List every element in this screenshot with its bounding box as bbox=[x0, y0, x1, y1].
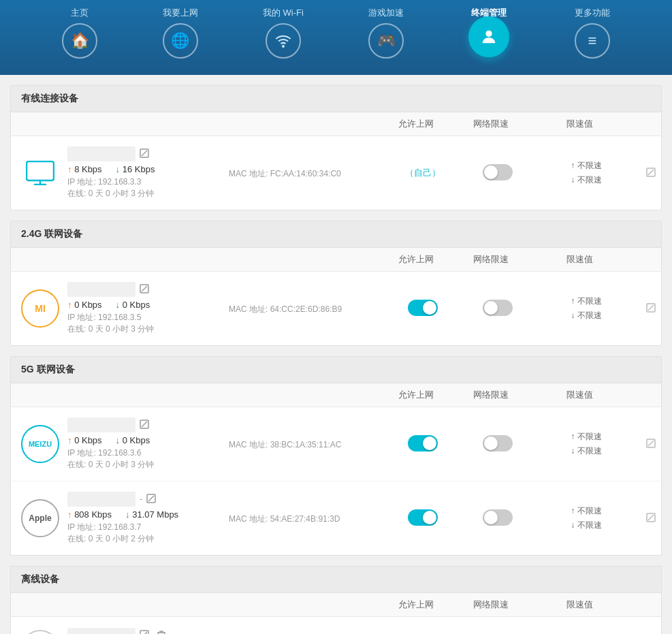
col-limit-val-header: 限速值 bbox=[525, 112, 634, 136]
limit-toggle-switch-wifi5g2[interactable] bbox=[483, 509, 513, 526]
edit-limit-icon-wired1[interactable] bbox=[641, 168, 661, 179]
device-online-wifi241: 在线: 0 天 0 小时 3 分钟 bbox=[67, 323, 214, 335]
device-stats-wifi5g2: 808 Kbps 31.07 Mbps bbox=[67, 509, 214, 520]
edit-name-icon-wired1[interactable] bbox=[140, 148, 149, 160]
device-info-wired1: 8 Kbps 16 Kbps IP 地址: 192.168.3.3 在线: 0 … bbox=[11, 146, 382, 200]
device-name-row-wifi5g2: - bbox=[67, 492, 214, 507]
speed-down-wifi241: ↓ 不限速 bbox=[571, 310, 601, 321]
device-stats-wifi5g1: 0 Kbps 0 Kbps bbox=[67, 435, 214, 445]
avatar-apple: Apple bbox=[21, 499, 59, 537]
device-name-wired1 bbox=[67, 146, 135, 161]
allow-toggle-wifi5g2[interactable] bbox=[408, 509, 438, 526]
speed-down-wifi5g1: ↓ 不限速 bbox=[571, 445, 601, 457]
wifi5g-section-title: 5G 联网设备 bbox=[21, 364, 75, 376]
device-name-wifi5g2 bbox=[67, 492, 135, 507]
nav-internet[interactable]: 我要上网 🌐 bbox=[163, 7, 198, 65]
svg-point-1 bbox=[486, 31, 492, 37]
allow-val-wifi241[interactable] bbox=[382, 300, 464, 318]
nav-more-label: 更多功能 bbox=[575, 7, 610, 19]
limit-toggle-wired1[interactable] bbox=[464, 164, 532, 183]
limit-toggle-switch-wired1[interactable] bbox=[483, 164, 513, 180]
edit-name-icon-offline1[interactable] bbox=[140, 630, 149, 635]
stat-down-wifi5g1: 0 Kbps bbox=[116, 435, 150, 445]
device-info-offline1: Apple bbox=[11, 627, 382, 634]
wired-section-header: 有线连接设备 bbox=[11, 86, 661, 112]
avatar-apple-offline: Apple bbox=[21, 630, 59, 635]
col-allow-header: 允许上网 bbox=[375, 112, 457, 136]
device-name-row-wifi241 bbox=[67, 282, 214, 297]
allow-val-wifi5g2[interactable] bbox=[382, 509, 464, 528]
allow-toggle-wifi241[interactable] bbox=[408, 300, 438, 316]
edit-limit-icon-wifi5g1[interactable] bbox=[641, 439, 661, 450]
speed-down-wired1: ↓ 不限速 bbox=[571, 174, 601, 186]
device-details-wifi241: 0 Kbps 0 Kbps IP 地址: 192.168.3.5 在线: 0 天… bbox=[67, 282, 214, 335]
device-online-wifi5g2: 在线: 0 天 0 小时 2 分钟 bbox=[67, 533, 214, 545]
avatar-meizu: MEIZU bbox=[21, 425, 59, 463]
wifi24-section-title: 2.4G 联网设备 bbox=[21, 228, 82, 240]
device-stats-wired1: 8 Kbps 16 Kbps bbox=[67, 164, 214, 174]
stat-up-wifi5g1: 0 Kbps bbox=[67, 435, 102, 445]
table-header-wifi24: 允许上网 网络限速 限速值 bbox=[11, 248, 661, 272]
device-details-wifi5g1: 0 Kbps 0 Kbps IP 地址: 192.168.3.6 在线: 0 天… bbox=[67, 417, 214, 471]
speed-up-wifi5g1: ↑ 不限速 bbox=[571, 431, 601, 443]
nav-wifi[interactable]: 我的 Wi-Fi bbox=[263, 7, 304, 65]
nav-terminal[interactable]: 终端管理 bbox=[468, 7, 509, 64]
nav-home[interactable]: 主页 🏠 bbox=[62, 7, 97, 65]
nav-game[interactable]: 游戏加速 🎮 bbox=[368, 7, 404, 65]
nav-game-icon: 🎮 bbox=[368, 23, 404, 59]
col-limit-val-header3: 限速值 bbox=[525, 383, 634, 407]
edit-name-icon-wifi5g2[interactable] bbox=[146, 494, 156, 505]
device-mac-wifi241: MAC 地址: 64:CC:2E:6D:86:B9 bbox=[222, 302, 375, 315]
speed-up-wifi241: ↑ 不限速 bbox=[571, 296, 601, 307]
col-limit-header4: 网络限速 bbox=[457, 593, 525, 616]
offline-section-title: 离线设备 bbox=[21, 573, 59, 586]
avatar-monitor bbox=[21, 154, 59, 192]
limit-toggle-switch-wifi241[interactable] bbox=[483, 300, 513, 316]
col-limit-header3: 网络限速 bbox=[457, 383, 525, 407]
device-mac-wifi5g2: MAC 地址: 54:AE:27:4B:91:3D bbox=[222, 512, 375, 525]
edit-limit-icon-wifi241[interactable] bbox=[641, 303, 661, 315]
stat-down-wired1: 16 Kbps bbox=[116, 164, 155, 174]
allow-toggle-wifi5g1[interactable] bbox=[408, 435, 438, 451]
nav-more-icon: ≡ bbox=[575, 23, 610, 59]
table-row: Apple - 808 Kbps bbox=[11, 481, 661, 555]
nav-internet-icon: 🌐 bbox=[163, 23, 198, 59]
wifi24-section-header: 2.4G 联网设备 bbox=[11, 221, 661, 248]
nav-game-label: 游戏加速 bbox=[368, 7, 404, 19]
speed-limits-wired1: ↑ 不限速 ↓ 不限速 bbox=[532, 160, 641, 186]
limit-toggle-wifi5g2[interactable] bbox=[464, 509, 532, 528]
nav-bar: 主页 🏠 我要上网 🌐 我的 Wi-Fi 游戏加速 🎮 终端管理 bbox=[30, 7, 643, 65]
allow-val-wifi5g1[interactable] bbox=[382, 435, 464, 454]
table-header-offline: 允许上网 网络限速 限速值 bbox=[11, 593, 661, 617]
limit-toggle-switch-wifi5g1[interactable] bbox=[483, 435, 513, 451]
device-ip-wired1: IP 地址: 192.168.3.3 bbox=[67, 176, 214, 188]
device-ip-wifi5g2: IP 地址: 192.168.3.7 bbox=[67, 522, 214, 533]
limit-toggle-wifi5g1[interactable] bbox=[464, 435, 532, 454]
wired-section: 有线连接设备 允许上网 网络限速 限速值 bbox=[10, 85, 662, 210]
device-details-wired1: 8 Kbps 16 Kbps IP 地址: 192.168.3.3 在线: 0 … bbox=[67, 146, 214, 200]
table-header-wifi5g: 允许上网 网络限速 限速值 bbox=[11, 383, 661, 407]
edit-name-icon-wifi241[interactable] bbox=[140, 284, 149, 296]
nav-more[interactable]: 更多功能 ≡ bbox=[575, 7, 610, 65]
device-details-offline1: 0 Kbps 0 Kbps IP 地址: 192.168.3.4 bbox=[67, 627, 214, 634]
col-allow-header2: 允许上网 bbox=[375, 248, 457, 271]
col-allow-header4: 允许上网 bbox=[375, 593, 457, 616]
stat-up-wifi5g2: 808 Kbps bbox=[67, 509, 112, 520]
speed-up-wifi5g2: ↑ 不限速 bbox=[571, 505, 601, 517]
edit-name-icon-wifi5g1[interactable] bbox=[140, 419, 149, 431]
wifi5g-section: 5G 联网设备 允许上网 网络限速 限速值 MEIZU bbox=[10, 356, 662, 556]
offline-actions bbox=[140, 627, 170, 634]
device-mac-wired1: MAC 地址: FC:AA:14:60:34:C0 bbox=[222, 167, 375, 180]
col-limit-val-header4: 限速值 bbox=[525, 593, 634, 616]
main-content: 有线连接设备 允许上网 网络限速 限速值 bbox=[0, 75, 672, 634]
device-info-wifi5g2: Apple - 808 Kbps bbox=[11, 492, 382, 545]
avatar-mi: MI bbox=[21, 289, 59, 328]
col-device-header2 bbox=[11, 248, 375, 271]
device-stats-wifi241: 0 Kbps 0 Kbps bbox=[67, 300, 214, 310]
header: 主页 🏠 我要上网 🌐 我的 Wi-Fi 游戏加速 🎮 终端管理 bbox=[0, 0, 672, 75]
table-row: MI 0 Kbps 0 Kbps bbox=[11, 272, 661, 345]
edit-limit-icon-wifi5g2[interactable] bbox=[641, 513, 661, 524]
delete-icon-offline1[interactable] bbox=[153, 627, 170, 634]
limit-toggle-wifi241[interactable] bbox=[464, 300, 532, 318]
device-name-row bbox=[67, 146, 214, 161]
